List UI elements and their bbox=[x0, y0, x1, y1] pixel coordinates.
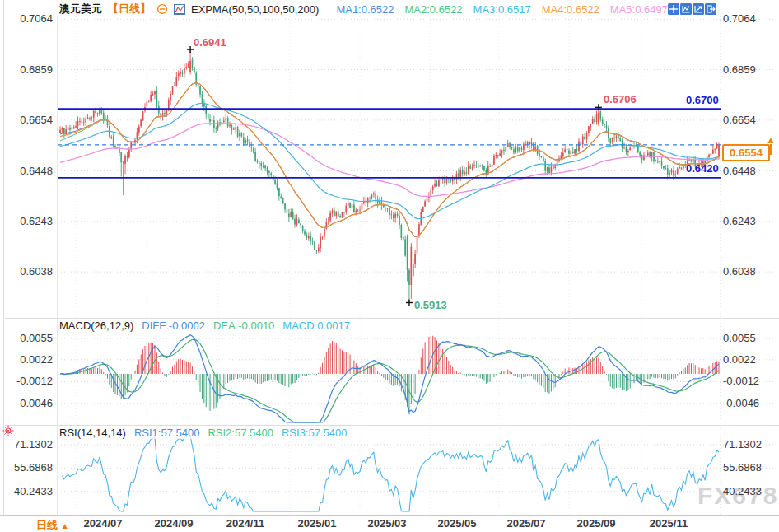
x-axis-date-label: 2024/09 bbox=[147, 517, 200, 530]
macd-dea-value: DEA:-0.0010 bbox=[213, 320, 274, 332]
rsi-y-axis-label: 71.1302 bbox=[723, 439, 777, 450]
macd-panel-header: MACD(26,12,9) DIFF:-0.0002 DEA:-0.0010 M… bbox=[59, 320, 350, 332]
chart-header: 澳元美元 【日线】 EXPMA(50,50,100,50,200) MA1:0.… bbox=[59, 2, 668, 16]
x-axis-date-label: 2025/03 bbox=[361, 517, 413, 530]
macd-hist-value: MACD:0.0017 bbox=[282, 320, 350, 332]
rsi-y-axis-label: 40.2433 bbox=[0, 486, 53, 497]
macd-y-axis-label: -0.0046 bbox=[0, 398, 53, 409]
chart-toolbar bbox=[668, 3, 716, 15]
rsi-y-axis-label: 55.6868 bbox=[723, 462, 777, 474]
macd-y-axis-label: -0.0012 bbox=[0, 376, 53, 387]
rsi-plot-area[interactable] bbox=[58, 435, 721, 512]
macd-y-axis-label: 0.0055 bbox=[0, 333, 53, 344]
main-y-axis-label: 0.6654 bbox=[0, 114, 53, 126]
ma2-value-label: MA2:0.6522 bbox=[405, 3, 463, 16]
rsi-title: RSI(14,14,14) bbox=[59, 427, 126, 439]
support-level-label: 0.6420 bbox=[686, 162, 719, 175]
period-selector-label: 日线 bbox=[36, 519, 58, 531]
x-axis-date-label: 2025/11 bbox=[642, 517, 695, 530]
rsi-y-axis-label: 55.6868 bbox=[0, 462, 53, 474]
x-axis-date-label: 2025/01 bbox=[291, 517, 343, 530]
rsi3-value: RSI3:57.5400 bbox=[282, 427, 348, 439]
macd-y-axis-label: 0.0022 bbox=[0, 354, 53, 366]
main-y-axis-label: 0.6243 bbox=[0, 216, 53, 227]
macd-y-axis-label: -0.0012 bbox=[723, 376, 777, 387]
axis-scale-icon[interactable] bbox=[693, 3, 704, 15]
period-selector-arrow-icon: ▲ bbox=[61, 521, 69, 530]
ma3-value-label: MA3:0.6517 bbox=[473, 3, 531, 16]
period-selector[interactable]: 日线 ▲ bbox=[36, 518, 69, 532]
rsi-panel-header: RSI(14,14,14) RSI1:57.5400 RSI2:57.5400 … bbox=[59, 427, 347, 439]
macd-title: MACD(26,12,9) bbox=[59, 320, 133, 332]
ma4-value-label: MA4:0.6522 bbox=[542, 3, 599, 16]
main-y-axis-label: 0.6859 bbox=[0, 64, 53, 76]
x-axis-date-label: 2025/05 bbox=[431, 517, 483, 530]
main-y-axis-label: 0.6448 bbox=[723, 166, 777, 177]
main-y-axis-label: 0.6038 bbox=[723, 266, 777, 278]
macd-y-axis-label: -0.0046 bbox=[723, 398, 777, 409]
high-price-annotation: 0.6941 bbox=[194, 36, 226, 49]
price-up-arrow-stem bbox=[770, 144, 772, 155]
last-price-badge: 0.6554 bbox=[722, 144, 770, 161]
macd-diff-value: DIFF:-0.0002 bbox=[142, 320, 205, 332]
ma5-value-label: MA5:0.6497 bbox=[610, 3, 668, 16]
resistance-level-label: 0.6700 bbox=[686, 94, 719, 106]
x-axis-date-label: 2024/11 bbox=[219, 517, 272, 530]
x-axis-date-label: 2025/07 bbox=[500, 517, 553, 530]
chart-canvas[interactable] bbox=[0, 0, 779, 532]
rsi-y-axis-label: 40.2433 bbox=[723, 486, 777, 497]
low-price-annotation: 0.5913 bbox=[414, 299, 447, 311]
move-tool-icon[interactable] bbox=[668, 3, 679, 15]
macd-y-axis-label: 0.0055 bbox=[723, 333, 777, 344]
x-axis-date-label: 2024/07 bbox=[77, 517, 129, 530]
ma1-value-label: MA1:0.6522 bbox=[336, 3, 394, 16]
macd-plot-area[interactable] bbox=[58, 320, 721, 423]
main-y-axis-label: 0.6243 bbox=[723, 216, 777, 227]
main-y-axis-label: 0.6859 bbox=[723, 64, 777, 76]
exit-fullscreen-icon[interactable] bbox=[705, 3, 716, 15]
indicator-settings-icon[interactable] bbox=[2, 425, 14, 436]
main-y-axis-label: 0.6448 bbox=[0, 166, 53, 177]
period-tag: 【日线】 bbox=[108, 2, 151, 16]
macd-y-axis-label: 0.0022 bbox=[723, 354, 777, 366]
symbol-name: 澳元美元 bbox=[59, 2, 102, 16]
main-y-axis-label: 0.6038 bbox=[0, 266, 53, 278]
indicator-label: EXPMA(50,50,100,50,200) bbox=[191, 3, 319, 16]
main-y-axis-label: 0.7064 bbox=[723, 13, 777, 25]
rsi-y-axis-label: 71.1302 bbox=[0, 439, 53, 450]
chart-pan-icon[interactable] bbox=[680, 3, 692, 15]
rsi1-value: RSI1:57.5400 bbox=[134, 427, 200, 439]
main-y-axis-label: 0.7064 bbox=[0, 13, 53, 25]
rsi2-value: RSI2:57.5400 bbox=[208, 427, 273, 439]
indicator-chart-icon[interactable] bbox=[174, 4, 185, 15]
swing-high-annotation: 0.6706 bbox=[604, 93, 637, 105]
collapse-indicator-icon[interactable] bbox=[156, 3, 168, 15]
chart-app-window: 澳元美元 【日线】 EXPMA(50,50,100,50,200) MA1:0.… bbox=[0, 0, 779, 532]
main-plot-area[interactable] bbox=[58, 16, 721, 311]
x-axis-date-label: 2025/09 bbox=[570, 517, 623, 530]
main-y-axis-label: 0.6654 bbox=[723, 114, 777, 126]
